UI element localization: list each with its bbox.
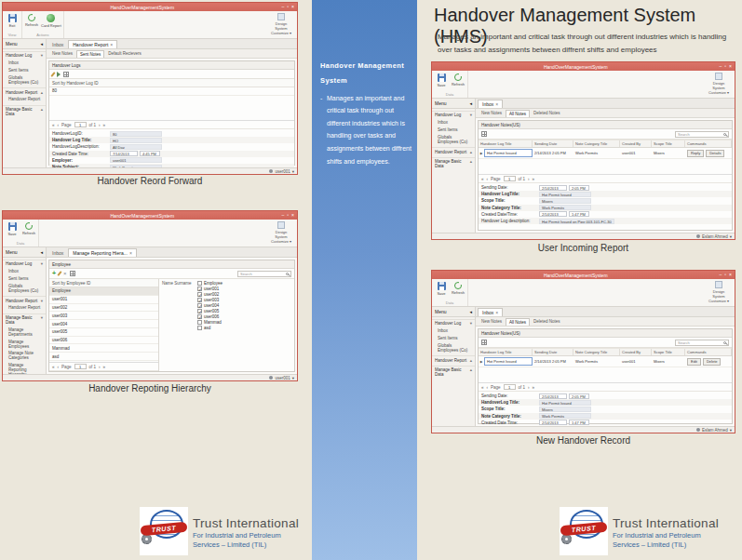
sub-tab[interactable]: All Notes xyxy=(506,318,530,326)
last-page-icon[interactable]: » xyxy=(103,123,106,127)
first-page-icon[interactable]: « xyxy=(481,385,484,390)
window-titlebar[interactable]: HandOverManagementSystem – ▫ × xyxy=(432,271,735,279)
save-button[interactable]: Save xyxy=(433,72,450,92)
delete-icon[interactable]: × xyxy=(63,271,67,276)
sidebar-item[interactable]: Handover Report xyxy=(3,96,46,103)
page-number-input[interactable]: 1 xyxy=(504,384,516,390)
minimize-icon[interactable]: – xyxy=(282,3,285,11)
cell-log-title[interactable]: Hot Permit Issued xyxy=(484,149,533,157)
sort-header[interactable]: Sort by Employee ID xyxy=(49,279,158,287)
window-titlebar[interactable]: HandOverManagementSystem – ▫ × xyxy=(3,3,297,11)
checkbox-icon[interactable] xyxy=(197,303,202,308)
tab[interactable]: Handover Report × xyxy=(68,40,117,48)
list-item[interactable]: asd xyxy=(49,353,158,361)
first-page-icon[interactable]: « xyxy=(52,123,55,127)
sidebar-header[interactable]: Menu ◂ xyxy=(432,307,475,317)
forward-icon[interactable] xyxy=(57,72,61,77)
sidebar-item[interactable]: Manage Reporting Hierarchy xyxy=(3,362,46,374)
sidebar-item[interactable]: Globals Employees (Co) xyxy=(3,73,46,86)
save-button[interactable]: Save xyxy=(433,280,450,300)
grid-column-header[interactable]: Commands xyxy=(685,349,732,355)
sidebar-item[interactable]: Handover Log ▾ xyxy=(432,111,475,119)
pager[interactable]: « ‹ Page 1 of 1 › » xyxy=(49,120,294,129)
status-user[interactable]: Eslam Ahmed xyxy=(702,428,728,433)
tree-checkbox-item[interactable]: asd xyxy=(197,326,223,330)
list-item[interactable]: user001 xyxy=(49,296,158,304)
tree-checkbox-item[interactable]: user001 xyxy=(197,287,223,291)
search-input[interactable]: Search xyxy=(675,131,729,138)
checkbox-icon[interactable] xyxy=(197,292,202,297)
sidebar-header[interactable]: Menu ◂ xyxy=(3,247,46,258)
first-page-icon[interactable]: « xyxy=(481,177,484,181)
grid-column-header[interactable]: Created By xyxy=(620,349,652,355)
sub-tab[interactable]: New Notes xyxy=(49,50,75,58)
grid-column-header[interactable]: Handover Log Title xyxy=(479,140,533,147)
prev-page-icon[interactable]: ‹ xyxy=(487,385,489,390)
sidebar-item[interactable]: Sent Items xyxy=(432,335,475,342)
sidebar-item[interactable]: Inbox xyxy=(3,60,46,67)
status-user[interactable]: user001 xyxy=(275,169,290,174)
refresh-button[interactable]: Refresh xyxy=(450,280,466,300)
reply-button[interactable]: Reply xyxy=(687,150,704,157)
pager[interactable]: « ‹ Page 1 of 1 › » xyxy=(479,382,732,392)
add-icon[interactable]: + xyxy=(52,271,56,276)
grid-column-header[interactable]: Scope Title xyxy=(652,349,685,355)
grid-row[interactable]: ▶ Hot Permit Issued 2/14/2013 2:05 PM Wo… xyxy=(479,148,732,158)
field-time-value[interactable]: 1:47 PM xyxy=(569,420,589,425)
save-button[interactable]: Save xyxy=(4,220,20,241)
sidebar-item[interactable]: Globals Employees (Co) xyxy=(432,341,475,353)
sidebar-item[interactable]: Handover Report ▴ xyxy=(432,147,475,155)
design-customize-button[interactable]: Design System Customize ▾ xyxy=(705,281,733,304)
sidebar-item[interactable]: Sent Items xyxy=(3,67,46,74)
next-page-icon[interactable]: › xyxy=(528,177,530,181)
sidebar-item[interactable]: Manage Note Categories xyxy=(3,350,46,362)
sub-tab[interactable]: New Notes xyxy=(479,318,505,326)
tree-checkbox-item[interactable]: Mammad xyxy=(197,320,223,325)
page-number-input[interactable]: 1 xyxy=(74,122,87,127)
cell-log-title[interactable]: Hot Permit Issued xyxy=(484,357,533,366)
pager[interactable]: « ‹ Page 1 of 1 › » xyxy=(479,174,732,183)
prev-page-icon[interactable]: ‹ xyxy=(487,177,489,181)
tree-checkbox-item[interactable]: user004 xyxy=(197,303,223,308)
list-item[interactable]: Mammad xyxy=(49,344,158,353)
tree-checkbox-item[interactable]: user006 xyxy=(197,314,223,319)
sidebar-item[interactable]: Manage Basic Data ▴ xyxy=(3,105,46,118)
tab[interactable]: Inbox × xyxy=(478,308,503,316)
field-time-value[interactable]: 2:05 PM xyxy=(569,393,589,399)
list-item[interactable]: user003 xyxy=(49,312,158,320)
tab-close-icon[interactable]: × xyxy=(495,310,498,315)
status-user[interactable]: user001 xyxy=(275,376,290,380)
tree-checkbox-item[interactable]: user002 xyxy=(197,292,223,297)
close-icon[interactable]: × xyxy=(291,211,294,220)
edit-icon[interactable] xyxy=(50,72,55,77)
grid-column-header[interactable]: Scope Title xyxy=(652,140,685,147)
sidebar-item[interactable]: Sent Items xyxy=(3,275,46,283)
prev-page-icon[interactable]: ‹ xyxy=(58,365,60,369)
sidebar-item[interactable]: Handover Report ▴ xyxy=(432,355,475,364)
sub-tab[interactable]: All Notes xyxy=(506,110,530,117)
grid-column-header[interactable]: Created By xyxy=(620,140,652,147)
sidebar-item[interactable]: Manage Basic Data ▴ xyxy=(432,366,475,379)
sidebar-item[interactable]: Globals Employees (Co) xyxy=(432,133,475,145)
maximize-icon[interactable]: ▫ xyxy=(287,211,289,220)
grid-row[interactable]: ▶ Hot Permit Issued 2/14/2013 2:05 PM Wo… xyxy=(479,356,732,367)
sidebar-item[interactable]: Handover Log ▾ xyxy=(3,260,46,268)
sidebar-item[interactable]: Manage Basic Data ▾ xyxy=(3,313,46,327)
field-value[interactable]: Hot Permit Issued xyxy=(539,400,591,406)
sidebar-item[interactable]: Handover Report ▴ xyxy=(3,87,46,96)
sidebar-item[interactable]: Handover Log ▾ xyxy=(432,319,475,327)
sidebar-header[interactable]: Menu ◂ xyxy=(3,39,46,49)
exit-button[interactable]: Exit xyxy=(4,12,20,33)
list-item[interactable]: user004 xyxy=(49,320,158,328)
close-icon[interactable]: × xyxy=(291,3,294,11)
sidebar-item[interactable]: Handover Log ▾ xyxy=(3,51,46,60)
details-button[interactable]: Details xyxy=(706,150,724,157)
window-titlebar[interactable]: HandOverManagementSystem – ▫ × xyxy=(3,211,297,220)
field-time-value[interactable]: 2:05 PM xyxy=(569,185,589,191)
sidebar-item[interactable]: Globals Employees (Co) xyxy=(3,282,46,294)
sidebar-item[interactable]: Sent Items xyxy=(432,127,475,134)
last-page-icon[interactable]: » xyxy=(533,177,535,181)
grid-column-header[interactable]: Handover Log Title xyxy=(479,349,533,355)
list-item[interactable]: 80 xyxy=(49,87,294,96)
field-time-value[interactable]: 1:47 PM xyxy=(569,211,589,217)
